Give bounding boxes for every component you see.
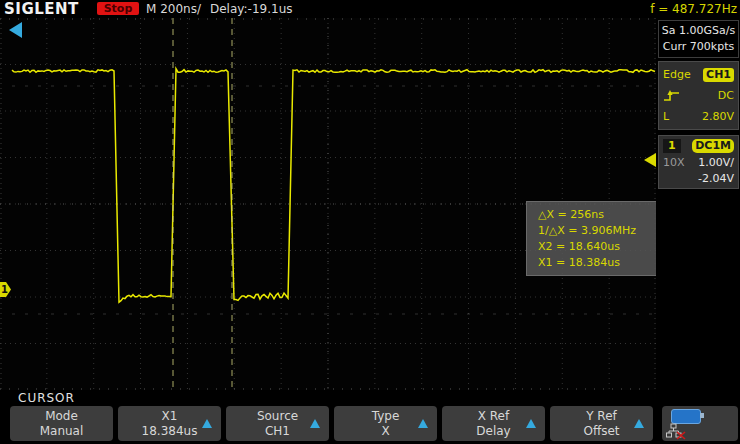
frequency-counter-readout: f = 487.727Hz bbox=[650, 2, 737, 16]
memory-depth-readout: Curr 700kpts bbox=[659, 39, 738, 55]
io-status-box bbox=[662, 406, 738, 441]
menu-button-x1[interactable]: X118.384us bbox=[118, 406, 221, 441]
top-status-bar: SIGLENT Stop M 200ns/ Delay:-19.1us f = … bbox=[0, 0, 740, 18]
trigger-level-marker-icon bbox=[644, 153, 656, 167]
menu-button-value: Delay bbox=[476, 424, 510, 439]
menu-button-source[interactable]: SourceCH1 bbox=[226, 406, 329, 441]
menu-button-label: X Ref bbox=[478, 409, 509, 424]
acquisition-info-box: Sa 1.00GSa/s Curr 700kpts bbox=[658, 20, 739, 58]
timebase-readout: M 200ns/ bbox=[146, 2, 201, 16]
brand-logo: SIGLENT bbox=[4, 0, 79, 18]
lan-disconnected-icon bbox=[666, 423, 688, 440]
cursor-inverse-delta-x: 1/△X = 3.906MHz bbox=[538, 223, 656, 239]
usb-device-icon bbox=[671, 409, 701, 424]
up-arrow-icon bbox=[310, 419, 320, 428]
channel1-info-box: 1 DC1M 10X 1.00V/ -2.04V bbox=[658, 135, 739, 189]
trigger-coupling-readout: DC bbox=[718, 89, 734, 102]
waveform-display: 1 △X = 256ns 1/△X = 3.906MHz X2 = 18.640… bbox=[0, 18, 656, 390]
channel-coupling-badge: DC1M bbox=[692, 139, 734, 153]
menu-button-label: Mode bbox=[45, 409, 78, 424]
trigger-source-badge: CH1 bbox=[703, 68, 734, 82]
oscilloscope-screen: { "topbar": { "brand": "SIGLENT", "statu… bbox=[0, 0, 740, 444]
menu-button-value: Manual bbox=[40, 424, 84, 439]
up-arrow-icon bbox=[526, 419, 536, 428]
menu-button-label: Type bbox=[372, 409, 400, 424]
cursor-x2-value: X2 = 18.640us bbox=[538, 239, 656, 255]
soft-menu-buttons: ModeManualX118.384usSourceCH1TypeXX RefD… bbox=[10, 406, 653, 441]
menu-button-value: Offset bbox=[583, 424, 619, 439]
menu-button-mode[interactable]: ModeManual bbox=[10, 406, 113, 441]
menu-button-value: 18.384us bbox=[142, 424, 198, 439]
soft-menu-bar: CURSOR ModeManualX118.384usSourceCH1Type… bbox=[0, 390, 740, 444]
trigger-info-box: Edge CH1 DC L 2.80V bbox=[658, 61, 739, 130]
sample-rate-readout: Sa 1.00GSa/s bbox=[659, 23, 738, 39]
trigger-type-label: Edge bbox=[663, 68, 691, 81]
trigger-delay-readout: Delay:-19.1us bbox=[210, 2, 293, 16]
up-arrow-icon bbox=[202, 419, 212, 428]
channel-number-badge: 1 bbox=[663, 139, 681, 153]
cursor-delta-x: △X = 256ns bbox=[538, 207, 656, 223]
menu-button-label: X1 bbox=[162, 409, 178, 424]
vertical-offset-readout: -2.04V bbox=[698, 172, 734, 185]
up-arrow-icon bbox=[634, 419, 644, 428]
menu-button-label: Source bbox=[257, 409, 298, 424]
menu-title: CURSOR bbox=[18, 391, 75, 405]
menu-button-value: CH1 bbox=[265, 424, 290, 439]
menu-button-x-ref[interactable]: X RefDelay bbox=[442, 406, 545, 441]
acquisition-status-badge: Stop bbox=[97, 2, 139, 15]
rising-edge-icon bbox=[663, 89, 681, 103]
probe-attenuation-readout: 10X bbox=[663, 156, 685, 169]
trigger-level-readout: 2.80V bbox=[702, 110, 734, 123]
trigger-position-offscreen-icon bbox=[9, 22, 22, 38]
menu-button-type[interactable]: TypeX bbox=[334, 406, 437, 441]
up-arrow-icon bbox=[418, 419, 428, 428]
menu-button-label: Y Ref bbox=[586, 409, 617, 424]
vertical-scale-readout: 1.00V/ bbox=[698, 156, 734, 169]
cursor-measurement-box: △X = 256ns 1/△X = 3.906MHz X2 = 18.640us… bbox=[526, 201, 657, 276]
menu-button-y-ref[interactable]: Y RefOffset bbox=[550, 406, 653, 441]
trigger-level-label: L bbox=[663, 110, 669, 123]
cursor-x1-value: X1 = 18.384us bbox=[538, 255, 656, 271]
menu-button-value: X bbox=[381, 424, 389, 439]
right-info-panel: Sa 1.00GSa/s Curr 700kpts Edge CH1 DC L … bbox=[656, 18, 740, 390]
